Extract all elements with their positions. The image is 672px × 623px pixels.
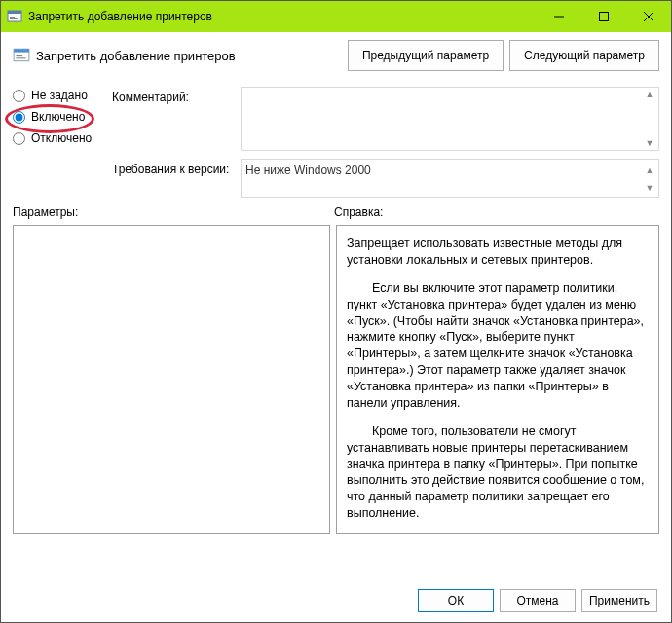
help-panel[interactable]: Запрещает использовать известные методы … — [336, 225, 659, 534]
scroll-down-icon[interactable]: ▼ — [646, 179, 654, 197]
scroll-down-icon[interactable]: ▼ — [646, 138, 654, 148]
svg-rect-2 — [10, 17, 15, 18]
cancel-button[interactable]: Отмена — [500, 589, 576, 612]
svg-rect-1 — [8, 11, 21, 14]
radio-disabled[interactable]: Отключено — [13, 131, 106, 145]
radio-not-configured-input[interactable] — [13, 90, 25, 102]
svg-rect-9 — [14, 49, 29, 52]
radio-group: Не задано Включено Отключено — [13, 79, 106, 198]
comment-scroll[interactable]: ▲ ▼ — [643, 90, 656, 148]
svg-rect-5 — [600, 13, 609, 21]
ok-button[interactable]: ОК — [418, 589, 494, 612]
editor-icon — [7, 9, 22, 24]
req-scroll[interactable]: ▲ ▼ — [643, 162, 656, 195]
comment-row: Комментарий: ▲ ▼ — [112, 87, 659, 151]
radio-disabled-label: Отключено — [31, 131, 92, 145]
svg-rect-10 — [16, 55, 22, 56]
comment-label: Комментарий: — [112, 87, 237, 104]
requirements-row: Требования к версии: Не ниже Windows 200… — [112, 159, 659, 198]
options-panel — [13, 225, 330, 534]
radio-not-configured-label: Не задано — [31, 89, 88, 102]
panels-row: Запрещает использовать известные методы … — [1, 221, 671, 534]
requirements-label: Требования к версии: — [112, 159, 237, 176]
radio-disabled-input[interactable] — [13, 132, 25, 145]
help-paragraph: Кроме того, пользователи не смогут устан… — [347, 423, 649, 522]
section-labels-row: Параметры: Справка: — [1, 198, 671, 221]
previous-setting-button[interactable]: Предыдущий параметр — [348, 40, 504, 71]
requirements-box: Не ниже Windows 2000 ▲ ▼ — [241, 159, 659, 198]
minimize-button[interactable] — [537, 1, 581, 32]
options-label: Параметры: — [13, 205, 334, 219]
scroll-up-icon[interactable]: ▲ — [646, 90, 654, 99]
header-row: Запретить добавление принтеров Предыдущи… — [1, 32, 671, 75]
policy-title: Запретить добавление принтеров — [36, 49, 342, 63]
svg-rect-11 — [16, 57, 25, 58]
radio-enabled-input[interactable] — [13, 111, 25, 124]
help-paragraph: Запрещает использовать известные методы … — [347, 236, 649, 269]
policy-icon — [13, 47, 30, 64]
window-title: Запретить добавление принтеров — [28, 10, 537, 23]
titlebar: Запретить добавление принтеров — [1, 1, 671, 32]
requirements-value: Не ниже Windows 2000 — [245, 164, 371, 177]
apply-button[interactable]: Применить — [581, 589, 657, 612]
help-paragraph: Однако этот параметр не запрещает устано… — [347, 533, 649, 534]
fields-column: Комментарий: ▲ ▼ Требования к версии: Не… — [112, 79, 659, 198]
close-button[interactable] — [626, 1, 671, 32]
svg-rect-3 — [10, 18, 18, 19]
scroll-up-icon[interactable]: ▲ — [646, 162, 654, 179]
next-setting-button[interactable]: Следующий параметр — [509, 40, 659, 71]
help-paragraph: Если вы включите этот параметр политики,… — [347, 280, 649, 412]
radio-enabled[interactable]: Включено — [13, 110, 106, 124]
comment-input[interactable]: ▲ ▼ — [241, 87, 659, 151]
radio-enabled-label: Включено — [31, 110, 85, 124]
radio-not-configured[interactable]: Не задано — [13, 89, 106, 102]
dialog-footer: ОК Отмена Применить — [418, 589, 657, 612]
help-label: Справка: — [334, 205, 659, 219]
maximize-button[interactable] — [581, 1, 626, 32]
settings-content: Не задано Включено Отключено Комментарий… — [1, 75, 671, 198]
